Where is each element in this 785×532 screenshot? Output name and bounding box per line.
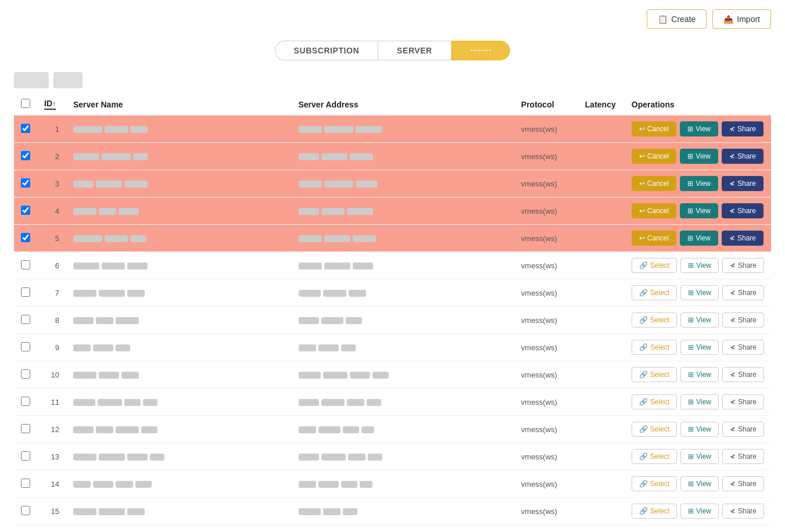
- view-icon-1: ⊞: [687, 125, 693, 133]
- row-server-address: ████████████: [292, 170, 514, 197]
- row-checkbox-cell: [14, 498, 37, 525]
- view-button-3[interactable]: ⊞ View: [680, 176, 718, 191]
- view-button-13[interactable]: ⊞ View: [680, 449, 719, 464]
- cancel-button-1[interactable]: ↩ Cancel: [632, 121, 676, 136]
- filter-pill-1[interactable]: [14, 72, 49, 88]
- view-button-4[interactable]: ⊞ View: [680, 203, 718, 218]
- view-button-11[interactable]: ⊞ View: [680, 394, 719, 409]
- select-button-11[interactable]: 🔗 Select: [632, 394, 677, 409]
- view-button-8[interactable]: ⊞ View: [680, 312, 719, 328]
- row-server-address: ████████████: [292, 225, 514, 252]
- row-checkbox-9[interactable]: [21, 342, 30, 351]
- row-checkbox-14[interactable]: [21, 479, 30, 488]
- share-icon-11: ≮: [730, 398, 736, 406]
- share-button-4[interactable]: ≮ Share: [722, 203, 764, 218]
- row-checkbox-cell: [14, 389, 37, 416]
- share-button-13[interactable]: ≮ Share: [722, 449, 764, 464]
- row-checkbox-15[interactable]: [21, 506, 30, 515]
- row-checkbox-cell: [14, 416, 37, 443]
- cancel-icon-2: ↩: [639, 152, 645, 160]
- select-button-13[interactable]: 🔗 Select: [632, 449, 677, 464]
- row-server-address: ████████████: [292, 197, 514, 225]
- share-button-15[interactable]: ≮ Share: [722, 504, 764, 519]
- select-button-10[interactable]: 🔗 Select: [632, 367, 677, 382]
- table-row: 2████████████████████████vmess(ws)↩ Canc…: [14, 143, 771, 170]
- select-button-9[interactable]: 🔗 Select: [632, 340, 677, 355]
- create-button[interactable]: 📋 Create: [647, 9, 707, 29]
- table-row: 15████████████████████████vmess(ws)🔗 Sel…: [14, 498, 771, 525]
- row-checkbox-cell: [14, 170, 37, 197]
- row-operations: ↩ Cancel⊞ View≮ Share: [625, 143, 771, 170]
- cancel-button-2[interactable]: ↩ Cancel: [632, 149, 676, 164]
- row-server-address: ████████████████: [292, 470, 514, 498]
- row-checkbox-3[interactable]: [21, 178, 30, 188]
- share-icon-5: ≮: [729, 234, 735, 242]
- select-button-14[interactable]: 🔗 Select: [632, 476, 677, 491]
- row-checkbox-13[interactable]: [21, 451, 30, 461]
- row-checkbox-7[interactable]: [21, 287, 30, 297]
- share-button-5[interactable]: ≮ Share: [722, 231, 764, 246]
- tab-server[interactable]: SERVER: [378, 41, 451, 60]
- select-button-12[interactable]: 🔗 Select: [632, 422, 677, 437]
- select-button-7[interactable]: 🔗 Select: [632, 285, 677, 300]
- share-button-3[interactable]: ≮ Share: [722, 176, 764, 191]
- view-button-5[interactable]: ⊞ View: [680, 231, 718, 246]
- view-button-10[interactable]: ⊞ View: [680, 367, 719, 382]
- share-button-8[interactable]: ≮ Share: [722, 312, 764, 328]
- view-icon-5: ⊞: [687, 234, 693, 242]
- tab-subscription[interactable]: SUBSCRIPTION: [275, 41, 378, 60]
- view-button-1[interactable]: ⊞ View: [680, 121, 718, 136]
- tab-active[interactable]: ········: [451, 41, 511, 60]
- header-latency: Latency: [578, 94, 625, 115]
- select-button-6[interactable]: 🔗 Select: [632, 258, 677, 273]
- select-all-checkbox[interactable]: [21, 99, 30, 108]
- view-button-15[interactable]: ⊞ View: [680, 504, 719, 519]
- share-icon-8: ≮: [730, 316, 736, 324]
- row-id: 13: [37, 443, 66, 470]
- share-button-1[interactable]: ≮ Share: [722, 121, 764, 136]
- share-button-2[interactable]: ≮ Share: [722, 149, 764, 164]
- table-row: 3████████████████████████vmess(ws)↩ Canc…: [14, 170, 771, 197]
- import-button[interactable]: 📤 Import: [712, 9, 771, 29]
- view-button-6[interactable]: ⊞ View: [680, 258, 719, 273]
- view-icon-11: ⊞: [688, 398, 694, 406]
- select-button-8[interactable]: 🔗 Select: [632, 312, 677, 328]
- row-checkbox-8[interactable]: [21, 315, 30, 324]
- share-button-7[interactable]: ≮ Share: [722, 285, 764, 300]
- share-button-14[interactable]: ≮ Share: [722, 476, 764, 491]
- filter-pill-2[interactable]: [53, 72, 83, 88]
- row-protocol: vmess(ws): [514, 389, 578, 416]
- table-row: 8████████████████████████vmess(ws)🔗 Sele…: [14, 307, 771, 334]
- view-button-9[interactable]: ⊞ View: [680, 340, 719, 355]
- select-icon-6: 🔗: [639, 261, 648, 269]
- row-checkbox-12[interactable]: [21, 424, 30, 433]
- row-checkbox-6[interactable]: [21, 260, 30, 269]
- cancel-button-3[interactable]: ↩ Cancel: [632, 176, 676, 191]
- share-button-9[interactable]: ≮ Share: [722, 340, 764, 355]
- select-button-15[interactable]: 🔗 Select: [632, 504, 677, 519]
- cancel-button-5[interactable]: ↩ Cancel: [632, 231, 676, 246]
- row-protocol: vmess(ws): [514, 443, 578, 470]
- view-button-7[interactable]: ⊞ View: [680, 285, 719, 300]
- cancel-button-4[interactable]: ↩ Cancel: [632, 203, 676, 218]
- view-icon-14: ⊞: [688, 480, 694, 488]
- view-button-12[interactable]: ⊞ View: [680, 422, 719, 437]
- cancel-icon-3: ↩: [639, 179, 645, 188]
- row-server-name: ████████████: [66, 498, 292, 525]
- share-button-10[interactable]: ≮ Share: [722, 367, 764, 382]
- row-checkbox-2[interactable]: [21, 151, 30, 160]
- share-icon-15: ≮: [730, 507, 736, 515]
- share-button-11[interactable]: ≮ Share: [722, 394, 764, 409]
- row-checkbox-11[interactable]: [21, 397, 30, 406]
- row-checkbox-4[interactable]: [21, 206, 30, 215]
- row-checkbox-5[interactable]: [21, 233, 30, 242]
- share-button-6[interactable]: ≮ Share: [722, 258, 764, 273]
- row-checkbox-10[interactable]: [21, 369, 30, 379]
- row-operations: ↩ Cancel⊞ View≮ Share: [625, 115, 771, 143]
- share-button-12[interactable]: ≮ Share: [722, 422, 764, 437]
- view-button-2[interactable]: ⊞ View: [680, 149, 718, 164]
- share-icon-7: ≮: [730, 289, 736, 297]
- view-button-14[interactable]: ⊞ View: [680, 476, 719, 491]
- row-operations: 🔗 Select⊞ View≮ Share: [625, 279, 771, 307]
- row-checkbox-1[interactable]: [21, 124, 30, 133]
